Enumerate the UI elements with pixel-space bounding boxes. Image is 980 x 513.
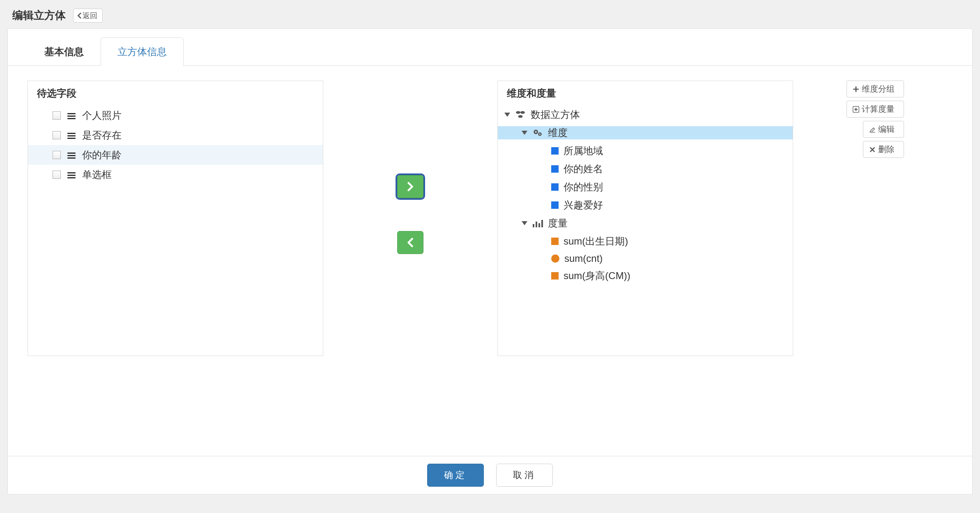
- back-button[interactable]: 返回: [73, 9, 103, 23]
- field-item[interactable]: 是否存在: [28, 125, 323, 145]
- expand-toggle-icon[interactable]: [522, 221, 527, 225]
- button-label: 确定: [444, 470, 467, 480]
- transfer-buttons: [323, 81, 497, 254]
- gears-icon: [532, 128, 543, 137]
- tab-label: 基本信息: [44, 46, 84, 57]
- button-label: 维度分组: [862, 83, 895, 95]
- cancel-button[interactable]: 取消: [496, 464, 553, 487]
- button-label: 计算度量: [862, 104, 895, 115]
- tree-node-measure[interactable]: sum(出生日期): [498, 232, 793, 250]
- tree-node-dimension-group[interactable]: 维度: [498, 124, 793, 142]
- dimension-icon: [551, 165, 559, 173]
- add-calc-measure-button[interactable]: 计算度量: [847, 101, 904, 118]
- button-label: 编辑: [878, 124, 895, 135]
- tab-basic-info[interactable]: 基本信息: [28, 37, 101, 66]
- chevron-left-icon: [77, 12, 82, 19]
- available-fields-title: 待选字段: [28, 81, 323, 106]
- field-label: 你的年龄: [82, 148, 122, 162]
- tree-node-label: sum(cnt): [564, 253, 603, 264]
- field-label: 是否存在: [82, 129, 122, 142]
- tab-cube-info[interactable]: 立方体信息: [101, 37, 184, 66]
- tree-node-label: 你的姓名: [564, 162, 603, 176]
- svg-point-4: [535, 131, 537, 133]
- field-item[interactable]: 你的年龄: [28, 145, 323, 165]
- move-right-button[interactable]: [397, 175, 423, 198]
- button-label: 取消: [513, 470, 536, 480]
- tree-node-measure[interactable]: sum(身高(CM)): [498, 267, 793, 285]
- checkbox[interactable]: [53, 171, 61, 179]
- measure-icon: [551, 272, 559, 280]
- chevron-right-icon: [407, 182, 414, 192]
- dimension-icon: [551, 183, 559, 191]
- tree-node-label: sum(出生日期): [564, 235, 628, 248]
- edit-icon: [869, 126, 876, 133]
- field-label: 个人照片: [82, 109, 122, 122]
- drag-handle-icon[interactable]: [67, 151, 76, 159]
- bar-chart-icon: [532, 219, 543, 228]
- plus-square-icon: [853, 106, 859, 113]
- tree-node-dimension[interactable]: 你的性别: [498, 178, 793, 196]
- tab-bar: 基本信息 立方体信息: [8, 29, 972, 66]
- expand-toggle-icon[interactable]: [522, 131, 527, 135]
- field-item[interactable]: 单选框: [28, 165, 323, 185]
- field-item[interactable]: 个人照片: [28, 106, 323, 125]
- tree-node-label: 你的性别: [564, 180, 603, 194]
- drag-handle-icon[interactable]: [67, 112, 76, 119]
- tree-node-label: 数据立方体: [531, 108, 580, 121]
- available-fields-panel: 待选字段 个人照片 是否存在 你的年龄: [28, 81, 323, 356]
- tree-node-label: sum(身高(CM)): [564, 269, 630, 282]
- tree-node-label: 度量: [548, 217, 568, 230]
- close-icon: [869, 146, 876, 153]
- tree-node-root[interactable]: 数据立方体: [498, 106, 793, 124]
- available-fields-list: 个人照片 是否存在 你的年龄 单选框: [28, 106, 323, 185]
- drag-handle-icon[interactable]: [67, 132, 76, 139]
- tree-node-label: 兴趣爱好: [564, 199, 603, 212]
- page-header: 编辑立方体 返回: [0, 0, 980, 28]
- editor-body: 待选字段 个人照片 是否存在 你的年龄: [8, 66, 972, 356]
- tree-actions: 维度分组 计算度量 编辑 删除: [793, 81, 904, 158]
- checkbox[interactable]: [53, 111, 61, 120]
- content-area: 基本信息 立方体信息 待选字段 个人照片: [7, 28, 973, 495]
- expand-toggle-icon[interactable]: [504, 113, 510, 117]
- svg-point-6: [539, 134, 541, 135]
- tree-node-label: 维度: [548, 126, 568, 139]
- plus-icon: [853, 86, 859, 92]
- cube-tree: 数据立方体 维度: [498, 106, 793, 285]
- tree-node-dimension[interactable]: 你的姓名: [498, 160, 793, 178]
- edit-button[interactable]: 编辑: [863, 121, 904, 138]
- tree-node-dimension[interactable]: 所属地域: [498, 142, 793, 160]
- svg-point-1: [520, 111, 525, 114]
- move-left-button[interactable]: [397, 231, 423, 254]
- dimensions-measures-title: 维度和度量: [498, 81, 793, 106]
- tree-node-measure-group[interactable]: 度量: [498, 214, 793, 232]
- field-label: 单选框: [82, 168, 112, 181]
- cube-icon: [515, 110, 526, 119]
- chevron-left-icon: [407, 238, 414, 247]
- page-title: 编辑立方体: [12, 8, 66, 23]
- measure-icon: [551, 238, 559, 245]
- dimension-icon: [551, 147, 559, 155]
- dimension-icon: [551, 201, 559, 209]
- calc-measure-icon: [551, 254, 559, 263]
- back-button-label: 返回: [83, 11, 97, 21]
- button-label: 删除: [878, 144, 895, 155]
- add-dimension-group-button[interactable]: 维度分组: [847, 81, 904, 97]
- tree-node-label: 所属地域: [564, 144, 603, 157]
- checkbox[interactable]: [53, 131, 61, 139]
- tree-node-dimension[interactable]: 兴趣爱好: [498, 196, 793, 214]
- drag-handle-icon[interactable]: [67, 171, 76, 178]
- tab-label: 立方体信息: [117, 46, 167, 57]
- dimensions-measures-panel: 维度和度量 数据立方体: [497, 81, 793, 356]
- checkbox[interactable]: [53, 151, 61, 159]
- footer-actions: 确定 取消: [8, 456, 972, 494]
- delete-button[interactable]: 删除: [863, 141, 904, 158]
- svg-point-2: [518, 115, 523, 118]
- ok-button[interactable]: 确定: [427, 464, 484, 487]
- app-window: 编辑立方体 返回 基本信息 立方体信息 待选字段: [0, 0, 980, 513]
- svg-point-0: [516, 111, 520, 114]
- tree-node-measure[interactable]: sum(cnt): [498, 250, 793, 267]
